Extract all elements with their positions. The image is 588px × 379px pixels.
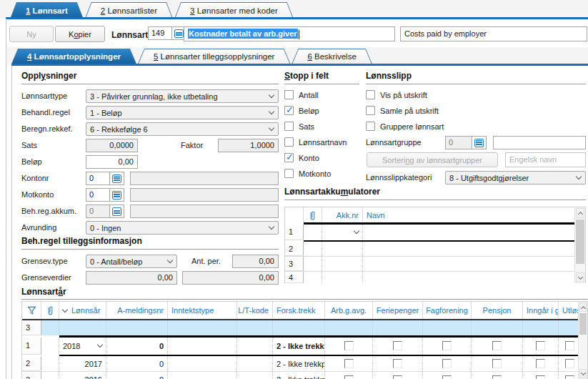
col-navn[interactable]: Navn xyxy=(363,207,585,222)
col-feriepenger[interactable]: Feriepenger xyxy=(373,302,423,319)
checkbox-motkonto[interactable]: Motkonto xyxy=(284,169,331,178)
sortering-button[interactable]: Sortering av lønnsartgrupper xyxy=(367,152,498,167)
col-lonnsaar[interactable]: Lønnsår xyxy=(59,302,106,319)
scroll-up-button[interactable] xyxy=(579,302,587,312)
grenseverdi2-input[interactable]: 0,00 xyxy=(182,271,279,285)
row-number-cell[interactable]: 2 xyxy=(285,242,304,256)
faktor-input[interactable]: 1,0000 xyxy=(218,139,279,152)
row-number-cell[interactable]: 1 xyxy=(285,225,304,240)
tab-beskrivelse[interactable]: 6 Beskrivelse xyxy=(291,49,372,64)
checkbox[interactable] xyxy=(344,375,354,379)
checkbox[interactable] xyxy=(536,341,545,350)
grensev-type-select[interactable]: 0 - Antall/beløp xyxy=(86,255,177,268)
lonnsslippkategori-select[interactable]: 8 - Utgiftsgodtgjørelser xyxy=(445,171,586,184)
behregakkum-input[interactable]: 0 xyxy=(86,205,110,218)
behandl-regel-select[interactable]: 1 - Beløp xyxy=(86,106,279,119)
row-number-cell[interactable]: 3 xyxy=(22,320,41,335)
checkbox[interactable] xyxy=(393,375,402,379)
avrunding-select[interactable]: 0 - Ingen xyxy=(86,221,279,235)
scrollbar-thumb[interactable] xyxy=(576,220,584,264)
checkbox[interactable] xyxy=(442,375,452,379)
checkbox[interactable] xyxy=(492,359,502,368)
lonnsartaar-scrollbar[interactable] xyxy=(578,302,587,379)
tab-lonnsartopplysninger[interactable]: 4 Lønnsartopplysninger xyxy=(11,49,136,64)
checkbox-vis-pa-utskrift[interactable]: Vis på utskrift xyxy=(366,90,427,99)
col-fagforening[interactable]: Fagforening xyxy=(423,302,472,319)
checkbox[interactable] xyxy=(393,341,402,350)
col-utlose[interactable]: Utløse xyxy=(559,302,580,319)
checkbox[interactable] xyxy=(565,375,574,379)
tab-lonnsartlister[interactable]: 2 Lønnsartlister xyxy=(85,2,173,19)
checkbox-antall[interactable]: Antall xyxy=(284,90,319,99)
checkbox-lonnsartnavn[interactable]: Lønnsartnavn xyxy=(284,137,347,147)
filter-row[interactable]: 3 xyxy=(22,320,587,335)
col-arb-g-avg[interactable]: Arb.g.avg. xyxy=(325,302,373,319)
ant-per-input[interactable]: 0,00 xyxy=(232,255,279,268)
checkbox[interactable] xyxy=(492,375,502,379)
checkbox-konto[interactable]: Konto xyxy=(284,153,319,162)
lonnsartaar-row[interactable]: 3 2016 0 2 - Ikke trekkplikti xyxy=(22,372,587,379)
row-number-cell[interactable]: 4 xyxy=(285,272,304,283)
checkbox[interactable] xyxy=(393,359,402,368)
checkbox[interactable] xyxy=(536,375,545,379)
new-button[interactable]: Ny xyxy=(9,26,54,42)
col-a-meldingsnr[interactable]: A-meldingsnr xyxy=(106,302,168,319)
paperclip-column-header[interactable] xyxy=(304,207,322,222)
col-akknr[interactable]: Akk.nr xyxy=(322,207,363,222)
checkbox[interactable] xyxy=(536,359,545,368)
row-number-cell[interactable]: 3 xyxy=(285,257,304,271)
checkbox[interactable] xyxy=(492,341,502,350)
checkbox-sats[interactable]: Sats xyxy=(284,122,314,131)
row-number-cell[interactable]: 1 xyxy=(22,338,41,355)
filter-button[interactable] xyxy=(22,302,41,319)
checkbox[interactable] xyxy=(344,341,354,350)
checkbox-samle-pa-utskrift[interactable]: Samle på utskrift xyxy=(366,106,439,115)
akkumulatorer-row[interactable]: 4 xyxy=(285,272,585,283)
lonnsartgruppe-input[interactable]: 0 xyxy=(445,136,472,149)
lonnsart-number-input[interactable]: 149 xyxy=(148,26,172,40)
scroll-up-button[interactable] xyxy=(576,208,584,218)
col-lt-kode[interactable]: L/T-kode xyxy=(237,302,273,319)
scroll-down-button[interactable] xyxy=(579,369,587,378)
akkumulatorer-scrollbar[interactable] xyxy=(574,207,585,283)
lonnsartgruppe-lookup-button[interactable] xyxy=(472,136,487,149)
lonnsaar-editor-cell[interactable]: 2018 xyxy=(59,338,106,355)
tab-lonnsarter-med-koder[interactable]: 3 Lønnsarter med koder xyxy=(174,2,294,19)
scroll-down-button[interactable] xyxy=(576,272,584,282)
row-number-cell[interactable]: 2 xyxy=(22,356,41,371)
tab-lonnsarter-tilleggsopplysninger[interactable]: 5 Lønnsarter tilleggsopplysninger xyxy=(138,49,290,64)
row-number-cell[interactable]: 3 xyxy=(22,372,41,379)
checkbox[interactable] xyxy=(442,359,452,368)
akknr-editor-cell[interactable] xyxy=(322,225,363,240)
motkonto-input[interactable]: 0 xyxy=(86,188,110,202)
engelsk-navn-field[interactable]: Engelsk navn xyxy=(505,152,586,167)
motkonto-lookup-button[interactable] xyxy=(110,188,124,202)
akkumulatorer-row[interactable]: 2 xyxy=(285,242,585,257)
kontonr-input[interactable]: 0 xyxy=(86,172,110,185)
lonnsarttype-select[interactable]: 3 - Påvirker grunnlag, ikke utbetaling xyxy=(86,89,279,103)
grenseverdi1-input[interactable]: 0,00 xyxy=(86,271,177,285)
checkbox-belop[interactable]: Beløp xyxy=(284,106,319,115)
col-pensjon[interactable]: Pensjon xyxy=(472,302,523,319)
checkbox[interactable] xyxy=(442,341,452,350)
english-name-input[interactable]: Costs paid by employer xyxy=(400,26,587,41)
akkumulatorer-row[interactable]: 3 xyxy=(285,257,585,272)
col-inngaar-i-grunnlag[interactable]: Inngår i gr xyxy=(523,302,559,319)
kontonr-lookup-button[interactable] xyxy=(110,172,124,185)
scrollbar-thumb[interactable] xyxy=(579,313,587,335)
lonnsart-name-input[interactable]: Kostnader betalt av arb.giver xyxy=(184,26,395,41)
checkbox-gruppere-lonnsart[interactable]: Gruppere lønnsart xyxy=(366,122,444,131)
checkbox[interactable] xyxy=(565,359,574,368)
col-inntektstype[interactable]: Inntektstype xyxy=(168,302,237,319)
copy-button[interactable]: Kopier xyxy=(55,26,105,42)
lonnsartaar-row[interactable]: 2 2017 0 2 - Ikke trekkplikti xyxy=(22,356,587,372)
lonnsartaar-row[interactable]: 1 2018 0 2 - Ikke trekkp xyxy=(22,338,587,355)
tab-lonnsart[interactable]: 1 Lønnsart xyxy=(10,2,84,19)
beregn-rekkef-select[interactable]: 6 - Rekkefølge 6 xyxy=(86,122,279,136)
behregakkum-lookup-button[interactable] xyxy=(110,205,124,218)
sats-input[interactable]: 0,0000 xyxy=(86,139,138,152)
belop-input[interactable]: 0,00 xyxy=(86,155,138,169)
akkumulatorer-row[interactable]: 1 xyxy=(285,225,585,240)
col-forsk-trekk[interactable]: Forsk.trekk xyxy=(273,302,325,319)
checkbox[interactable] xyxy=(565,341,574,350)
